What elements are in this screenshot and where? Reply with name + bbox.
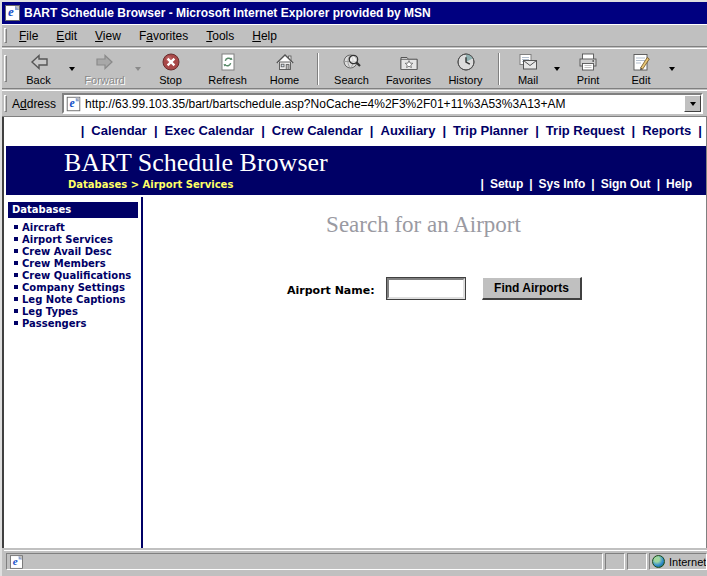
mail-button[interactable]: Mail [504,50,552,88]
bullet-icon [14,321,18,325]
header-link-sign-out[interactable]: Sign Out [601,177,651,191]
chevron-down-icon [690,102,696,106]
page-content: |Calendar|Exec Calendar|Crew Calendar|Au… [2,117,707,548]
bullet-icon [14,249,18,253]
security-zone-pane: Internet [649,553,707,570]
header-separator: | [481,177,484,191]
back-button[interactable]: Back [10,50,67,88]
menu-favorites[interactable]: Favorites [130,27,197,45]
address-label: Address [12,97,56,111]
chevron-down-icon [669,67,675,71]
sidebar-divider [141,197,143,548]
nav-link-auxiliary[interactable]: Auxiliary [381,123,436,138]
toolbar-separator [498,53,500,85]
bullet-icon [14,261,18,265]
title-bar: BART Schedule Browser - Microsoft Intern… [2,2,707,24]
airport-name-input[interactable] [387,278,465,299]
menu-bar: File Edit View Favorites Tools Help [2,24,707,47]
chevron-down-icon [554,67,560,71]
nav-separator: | [535,123,539,138]
nav-link-trip-planner[interactable]: Trip Planner [453,123,528,138]
nav-separator: | [698,123,702,138]
back-dropdown[interactable] [67,50,76,88]
chevron-down-icon [135,67,141,71]
nav-link-trip-request[interactable]: Trip Request [546,123,625,138]
nav-link-crew-calendar[interactable]: Crew Calendar [272,123,363,138]
status-bar: Internet [4,550,707,572]
nav-separator: | [632,123,636,138]
toolbar-grip[interactable] [4,55,7,82]
status-pane [605,553,625,570]
sidebar-item-passengers[interactable]: Passengers [8,317,138,329]
refresh-icon [217,51,239,73]
menu-file[interactable]: File [10,27,47,45]
menu-view[interactable]: View [86,27,130,45]
bullet-icon [14,273,18,277]
refresh-button[interactable]: Refresh [199,50,256,88]
mail-dropdown[interactable] [552,50,561,88]
page-title: Search for an Airport [141,212,706,238]
menu-tools[interactable]: Tools [197,27,243,45]
header-separator: | [657,177,660,191]
nav-separator: | [442,123,446,138]
header-link-sys-info[interactable]: Sys Info [539,177,586,191]
address-combobox[interactable] [62,93,703,114]
sidebar-item-airport-services[interactable]: Airport Services [8,233,138,245]
bullet-icon [14,285,18,289]
browser-window: BART Schedule Browser - Microsoft Intern… [0,0,707,576]
chevron-down-icon [69,67,75,71]
header-links: |Setup|Sys Info|Sign Out|Help [481,177,698,191]
nav-link-exec-calendar[interactable]: Exec Calendar [165,123,255,138]
bullet-icon [14,225,18,229]
stop-button[interactable]: Stop [142,50,199,88]
address-dropdown-button[interactable] [684,95,701,112]
menu-help[interactable]: Help [243,27,286,45]
nav-separator: | [261,123,265,138]
header-link-help[interactable]: Help [666,177,692,191]
globe-icon [652,555,665,568]
address-input[interactable] [85,96,684,111]
ie-logo-icon [5,5,20,21]
address-bar: Address [2,90,707,117]
nav-separator: | [370,123,374,138]
sidebar-item-crew-avail-desc[interactable]: Crew Avail Desc [8,245,138,257]
sidebar-item-aircraft[interactable]: Aircraft [8,221,138,233]
forward-icon [94,51,116,73]
menubar-grip[interactable] [4,28,7,43]
addressbar-grip[interactable] [4,95,7,113]
edit-button[interactable]: Edit [615,50,667,88]
find-airports-button[interactable]: Find Airports [482,277,582,300]
top-nav: |Calendar|Exec Calendar|Crew Calendar|Au… [4,123,702,138]
history-icon [455,51,477,73]
print-icon [577,51,599,73]
bullet-icon [14,309,18,313]
sidebar-item-crew-qualifications[interactable]: Crew Qualifications [8,269,138,281]
nav-link-calendar[interactable]: Calendar [91,123,147,138]
toolbar: Back Forward Stop Refresh Home Search Fa [2,48,707,89]
favorites-button[interactable]: Favorites [380,50,437,88]
sidebar-item-leg-note-captions[interactable]: Leg Note Captions [8,293,138,305]
header-link-setup[interactable]: Setup [490,177,523,191]
home-button[interactable]: Home [256,50,313,88]
nav-separator: | [81,123,85,138]
breadcrumb: Databases > Airport Services [68,179,233,190]
search-button[interactable]: Search [323,50,380,88]
edit-icon [630,51,652,73]
nav-link-reports[interactable]: Reports [642,123,691,138]
toolbar-overflow-chevron[interactable] [667,50,676,88]
status-message-pane [6,553,603,570]
sidebar-item-crew-members[interactable]: Crew Members [8,257,138,269]
mail-icon [517,51,539,73]
stop-icon [160,51,182,73]
menu-edit[interactable]: Edit [47,27,86,45]
forward-button[interactable]: Forward [76,50,133,88]
sidebar-item-company-settings[interactable]: Company Settings [8,281,138,293]
nav-separator: | [154,123,158,138]
sidebar-item-leg-types[interactable]: Leg Types [8,305,138,317]
print-button[interactable]: Print [561,50,615,88]
history-button[interactable]: History [437,50,494,88]
app-title: BART Schedule Browser [64,148,328,178]
sidebar-list: Aircraft Airport Services Crew Avail Des… [8,221,138,329]
favorites-icon [398,51,420,73]
forward-dropdown[interactable] [133,50,142,88]
